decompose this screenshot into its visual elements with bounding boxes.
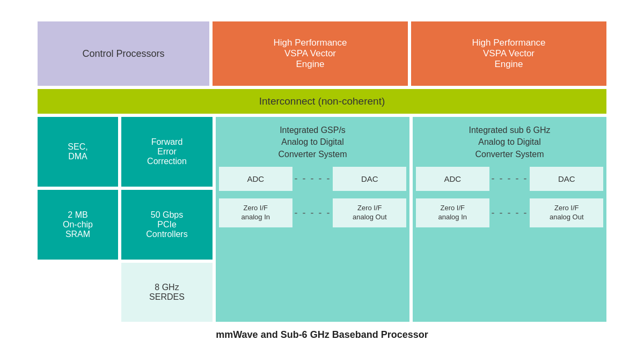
vspa1-label: High Performance VSPA Vector Engine — [273, 38, 347, 70]
vspa2-label: High Performance VSPA Vector Engine — [472, 38, 545, 70]
diagram-wrapper: Control Processors High Performance VSPA… — [38, 21, 606, 341]
dac-2-box: DAC — [530, 167, 603, 191]
dotted-line-3: - - - - - — [492, 173, 528, 184]
adc-dac-2-title-text: Integrated sub 6 GHz Analog to Digital C… — [469, 125, 550, 159]
serdes-cell: 8 GHz SERDES — [121, 263, 213, 322]
zero-if-1-out-box: Zero I/F analog Out — [333, 198, 406, 227]
zero-if-2-out-label: Zero I/F analog Out — [550, 204, 584, 221]
control-processors-cell: Control Processors — [38, 21, 209, 86]
dac-2-label: DAC — [558, 174, 575, 183]
main-diagram: Control Processors High Performance VSPA… — [38, 21, 606, 322]
vspa1-cell: High Performance VSPA Vector Engine — [213, 21, 408, 86]
zero-if-2-in-box: Zero I/F analog In — [416, 198, 489, 227]
adc-dac-1-row: ADC - - - - - DAC — [219, 167, 406, 191]
adc-1-box: ADC — [219, 167, 292, 191]
left-column: SEC, DMA 2 MB On-chip SRAM — [38, 117, 118, 322]
zero-if-2-in-label: Zero I/F analog In — [438, 204, 467, 221]
dac-1-label: DAC — [361, 174, 378, 183]
dotted-line-1: - - - - - — [295, 173, 331, 184]
fec-label: Forward Error Correction — [147, 137, 187, 166]
caption: mmWave and Sub-6 GHz Baseband Processor — [216, 329, 428, 341]
sram-cell: 2 MB On-chip SRAM — [38, 190, 118, 260]
adc-dac-col-1: Integrated GSP/s Analog to Digital Conve… — [216, 117, 409, 322]
adc-dac-1-title-text: Integrated GSP/s Analog to Digital Conve… — [278, 125, 347, 159]
second-column: Forward Error Correction 50 Gbps PCIe Co… — [121, 117, 213, 322]
fec-cell: Forward Error Correction — [121, 117, 213, 187]
caption-text: mmWave and Sub-6 GHz Baseband Processor — [216, 329, 428, 340]
interconnect-label: Interconnect (non-coherent) — [259, 95, 385, 107]
adc-2-label: ADC — [444, 174, 461, 183]
serdes-label: 8 GHz SERDES — [149, 283, 185, 302]
sec-dma-label: SEC, DMA — [68, 142, 87, 161]
adc-dac-col-2: Integrated sub 6 GHz Analog to Digital C… — [413, 117, 606, 322]
adc-dac-1-title: Integrated GSP/s Analog to Digital Conve… — [219, 120, 406, 167]
sram-label: 2 MB On-chip SRAM — [63, 210, 93, 239]
sec-dma-cell: SEC, DMA — [38, 117, 118, 187]
dotted-line-2: - - - - - — [295, 208, 331, 219]
dotted-line-4: - - - - - — [492, 208, 528, 219]
zero-if-1-in-label: Zero I/F analog In — [241, 204, 270, 221]
adc-1-label: ADC — [247, 174, 264, 183]
pcie-cell: 50 Gbps PCIe Controllers — [121, 190, 213, 260]
adc-dac-2-row: ADC - - - - - DAC — [416, 167, 603, 191]
control-processors-label: Control Processors — [82, 48, 164, 60]
zero-if-1-out-label: Zero I/F analog Out — [353, 204, 387, 221]
zero-if-2-out-box: Zero I/F analog Out — [530, 198, 603, 227]
adc-dac-2-title: Integrated sub 6 GHz Analog to Digital C… — [416, 120, 603, 167]
top-row: Control Processors High Performance VSPA… — [38, 21, 606, 86]
main-row: SEC, DMA 2 MB On-chip SRAM Forward Error… — [38, 117, 606, 322]
zero-if-1-in-box: Zero I/F analog In — [219, 198, 292, 227]
vspa2-cell: High Performance VSPA Vector Engine — [411, 21, 606, 86]
interconnect-row: Interconnect (non-coherent) — [38, 89, 606, 114]
pcie-label: 50 Gbps PCIe Controllers — [146, 210, 187, 239]
zero-if-1-row: Zero I/F analog In - - - - - Zero I/F an… — [219, 198, 406, 227]
zero-if-2-row: Zero I/F analog In - - - - - Zero I/F an… — [416, 198, 603, 227]
dac-1-box: DAC — [333, 167, 406, 191]
adc-2-box: ADC — [416, 167, 489, 191]
